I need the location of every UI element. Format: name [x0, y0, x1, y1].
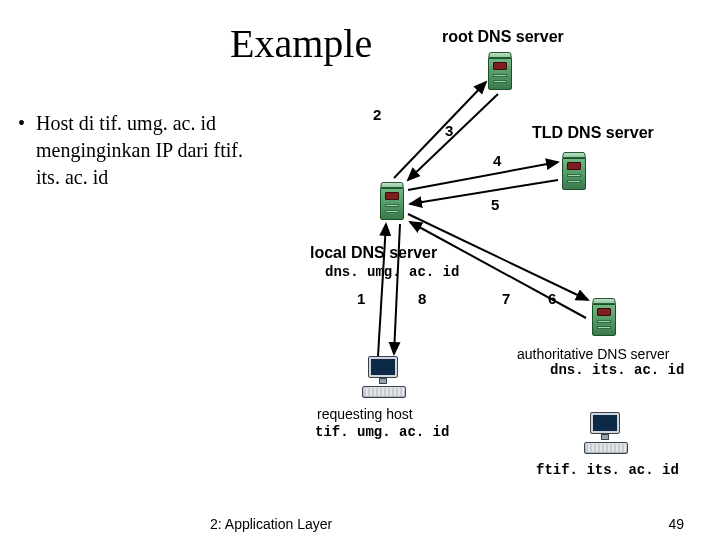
- svg-line-5: [410, 180, 558, 204]
- auth-dns-server-icon: [592, 296, 616, 336]
- root-dns-server-icon: [488, 50, 512, 90]
- local-dns-label: local DNS server: [310, 244, 437, 262]
- slide-title: Example: [230, 20, 372, 67]
- step-1: 1: [357, 290, 365, 307]
- svg-line-4: [408, 162, 558, 190]
- step-3: 3: [445, 122, 453, 139]
- bullet-block: Host di tif. umg. ac. id menginginkan IP…: [18, 110, 248, 191]
- footer-section: 2: Application Layer: [210, 516, 332, 532]
- step-2: 2: [373, 106, 381, 123]
- requesting-host-icon: [360, 356, 410, 400]
- ftif-host-name: ftif. its. ac. id: [536, 462, 679, 478]
- ftif-host-icon: [582, 412, 632, 456]
- step-4: 4: [493, 152, 501, 169]
- auth-dns-label: authoritative DNS server: [517, 346, 670, 362]
- requesting-host-name: tif. umg. ac. id: [315, 424, 449, 440]
- step-8: 8: [418, 290, 426, 307]
- local-dns-server-icon: [380, 180, 404, 220]
- slide-number: 49: [668, 516, 684, 532]
- step-6: 6: [548, 290, 556, 307]
- requesting-host-label: requesting host: [317, 406, 413, 422]
- root-dns-label: root DNS server: [442, 28, 564, 46]
- auth-dns-host: dns. its. ac. id: [550, 362, 684, 378]
- tld-dns-server-icon: [562, 150, 586, 190]
- step-7: 7: [502, 290, 510, 307]
- step-5: 5: [491, 196, 499, 213]
- local-dns-host: dns. umg. ac. id: [325, 264, 459, 280]
- svg-line-2: [394, 82, 486, 178]
- bullet-text: Host di tif. umg. ac. id menginginkan IP…: [36, 110, 248, 191]
- tld-dns-label: TLD DNS server: [532, 124, 654, 142]
